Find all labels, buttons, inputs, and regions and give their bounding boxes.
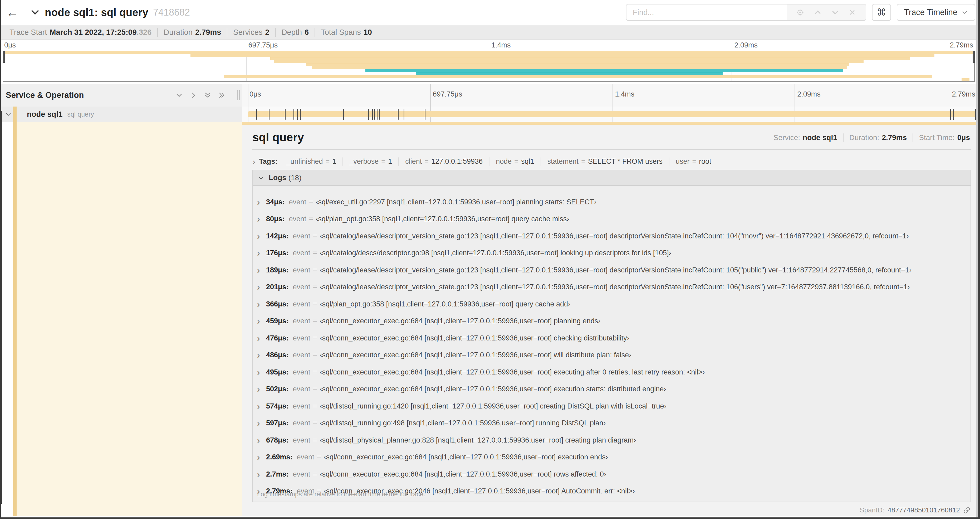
tag-key: _unfinished [286,157,323,166]
root-span-bar[interactable] [248,111,977,117]
tag-item: _unfinished=1 [280,157,342,166]
find-input[interactable] [627,5,787,20]
log-entry[interactable]: ›2.7ms:event=‹sql/conn_executor_exec.go:… [257,466,970,483]
log-field-value: ‹sql/conn_executor_exec.go:684 [nsql1,cl… [323,453,608,461]
expand-one-icon[interactable] [190,91,197,99]
log-field-key: event [293,266,310,274]
log-field-key: event [293,232,310,240]
minimap-span [416,72,723,75]
span-service-name: node sql1 [27,110,62,119]
minimap-right-handle[interactable] [973,51,975,63]
log-marker [379,109,380,120]
minimap-canvas[interactable] [3,51,975,82]
log-entry[interactable]: ›495μs:event=‹sql/conn_executor_exec.go:… [257,364,970,381]
locate-icon[interactable] [796,8,804,16]
tag-value: 1 [388,157,392,166]
log-entry[interactable]: ›502μs:event=‹sql/conn_executor_exec.go:… [257,381,970,398]
log-entry[interactable]: ›176μs:event=‹sql/catalog/descs/descript… [257,245,970,262]
column-resize-grip[interactable] [237,90,241,100]
log-marker [256,109,257,120]
header-controls: ⌘ Trace Timeline [626,4,975,21]
log-field-key: event [297,453,314,461]
prev-match-icon[interactable] [814,8,822,16]
keyboard-shortcuts-button[interactable]: ⌘ [872,4,891,21]
log-entry[interactable]: ›486μs:event=‹sql/conn_executor_exec.go:… [257,347,970,364]
back-button[interactable]: ← [0,0,25,25]
log-entry[interactable]: ›366μs:event=‹sql/plan_opt.go:358 [nsql1… [257,295,970,313]
log-entry[interactable]: ›597μs:event=‹sql/distsql_running.go:498… [257,415,970,432]
log-marker [953,109,954,120]
summary-item: Services2 [227,28,275,37]
tags-row[interactable]: › Tags: _unfinished=1_verbose=1client=12… [252,155,971,168]
log-entry[interactable]: ›476μs:event=‹sql/conn_executor_exec.go:… [257,330,970,347]
equals-sign: = [313,402,317,410]
log-field-key: event [293,402,310,410]
log-marker [404,109,404,120]
log-timestamp: 574μs: [266,402,289,410]
tag-key: user [676,157,690,166]
log-entry[interactable]: ›459μs:event=‹sql/conn_executor_exec.go:… [257,313,970,330]
log-timestamp: 502μs: [266,385,289,393]
equals-sign: = [581,157,585,166]
tick-label: 1.4ms [491,41,511,50]
summary-item: Total Spans10 [315,28,378,37]
log-field-value: ‹sql/plan_opt.go:358 [nsql1,client=127.0… [316,215,569,223]
log-marker [297,109,298,120]
view-mode-dropdown[interactable]: Trace Timeline [897,4,975,21]
tag-key: statement [547,157,579,166]
timeline-grid-header: Service & Operation 0μs697.75μs1.4ms2.09… [0,84,978,107]
summary-item: Trace StartMarch 31 2022, 17:25:09.326 [4,28,157,37]
span-row-timeline-cell[interactable] [242,107,978,122]
chevron-right-icon: › [257,402,266,410]
log-entry[interactable]: ›80μs:event=‹sql/plan_opt.go:358 [nsql1,… [257,211,970,228]
span-detail-row: sql query Service:node sql1Duration:2.79… [0,122,978,516]
expand-all-icon[interactable] [218,91,226,99]
detail-operation-title: sql query [252,131,304,144]
clear-find-icon[interactable] [848,9,856,16]
log-timestamp: 495μs: [266,368,289,376]
left-scrollbar-thumb[interactable] [0,111,2,504]
detail-meta-item: Service:node sql1 [773,133,837,142]
minimap-span [270,57,910,60]
summary-item: Depth6 [275,28,315,37]
log-entry[interactable]: ›2.69ms:event=‹sql/conn_executor_exec.go… [257,449,970,466]
log-timestamp: 486μs: [266,351,289,359]
logs-header[interactable]: Logs (18) [253,170,970,186]
log-field-value: ‹sql/distsql_running.go:498 [nsql1,clien… [320,419,606,427]
selected-span-strip [242,122,978,125]
log-entry[interactable]: ›142μs:event=‹sql/catalog/lease/descript… [257,228,970,245]
span-detail-panel: sql query Service:node sql1Duration:2.79… [242,122,978,516]
next-match-icon[interactable] [831,8,839,16]
chevron-right-icon: › [257,232,266,241]
log-field-value: ‹sql/conn_executor_exec.go:684 [nsql1,cl… [320,334,629,342]
span-row-name-cell[interactable]: node sql1 sql query [0,107,242,122]
log-entry[interactable]: ›34μs:event=‹sql/exec_util.go:2297 [nsql… [257,193,970,211]
service-color-bar [13,107,17,122]
tags-label: Tags: [259,157,277,166]
minimap-left-handle[interactable] [3,51,5,63]
equals-sign: = [317,453,321,461]
log-entry[interactable]: ›189μs:event=‹sql/catalog/lease/descript… [257,262,970,279]
collapse-all-icon[interactable] [204,91,211,99]
log-field-key: event [289,198,306,206]
minimap-span [274,60,863,63]
link-icon[interactable] [963,506,970,514]
tag-value: root [699,157,711,166]
window-bottom-edge [0,517,980,519]
collapse-one-icon[interactable] [175,91,183,99]
view-mode-label: Trace Timeline [904,8,957,17]
right-scrollbar-thumb[interactable] [978,0,980,519]
log-field-value: ‹sql/plan_opt.go:358 [nsql1,client=127.0… [320,300,570,308]
equals-sign: = [313,283,317,291]
jaeger-trace-timeline-page: ← node sql1: sql query 7418682 ⌘ [0,0,980,519]
chevron-down-icon [30,8,40,17]
log-marker [377,109,377,120]
span-collapse-chevron[interactable] [5,111,11,117]
log-entry[interactable]: ›201μs:event=‹sql/catalog/lease/descript… [257,279,970,296]
log-entry[interactable]: ›678μs:event=‹sql/distsql_physical_plann… [257,432,970,449]
tick-label: 2.79ms [952,90,975,98]
log-entry[interactable]: ›574μs:event=‹sql/distsql_running.go:142… [257,398,970,415]
trace-collapse-toggle[interactable] [30,8,40,17]
log-timestamp: 459μs: [266,317,289,325]
detail-divider [252,149,971,150]
